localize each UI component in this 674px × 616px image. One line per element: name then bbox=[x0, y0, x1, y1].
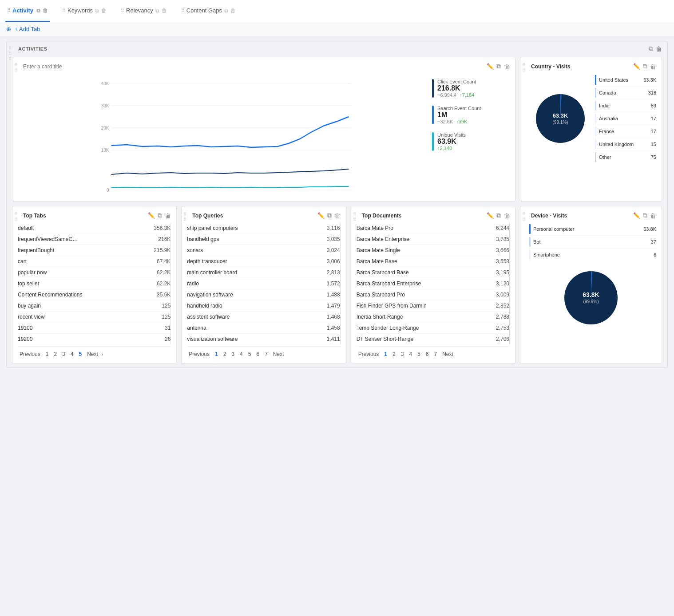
delete-section-button[interactable]: 🗑 bbox=[656, 45, 662, 52]
tab-content-gaps[interactable]: ⠿ Content Gaps ⧉ 🗑 bbox=[179, 0, 238, 22]
delete-button[interactable]: 🗑 bbox=[504, 212, 510, 219]
copy-button[interactable]: ⧉ bbox=[496, 212, 501, 219]
page-2-button[interactable]: 2 bbox=[52, 350, 59, 358]
section-drag-handle[interactable]: ⠿⠿⠿ bbox=[8, 46, 12, 62]
copy-button[interactable]: ⧉ bbox=[327, 212, 332, 219]
copy-chart-button[interactable]: ⧉ bbox=[496, 63, 501, 70]
drag-icon: ⠿ bbox=[7, 8, 10, 13]
page-3-button[interactable]: 3 bbox=[399, 350, 406, 358]
next-page-button[interactable]: Next bbox=[271, 350, 286, 358]
page-3-button[interactable]: 3 bbox=[60, 350, 67, 358]
page-4-button[interactable]: 4 bbox=[238, 350, 245, 358]
top-docs-title: Top Documents bbox=[362, 213, 402, 219]
delete-icon[interactable]: 🗑 bbox=[101, 8, 107, 14]
top-tabs-title: Top Tabs bbox=[23, 213, 46, 219]
prev-page-button[interactable]: Previous bbox=[187, 350, 211, 358]
drag-icon: ⠿ bbox=[121, 8, 124, 13]
page-1-button[interactable]: 1 bbox=[382, 350, 389, 358]
page-1-button[interactable]: 1 bbox=[213, 350, 220, 358]
prev-page-button[interactable]: Previous bbox=[357, 350, 381, 358]
card-title-input[interactable] bbox=[23, 63, 112, 70]
delete-chart-button[interactable]: 🗑 bbox=[504, 63, 510, 70]
copy-button[interactable]: ⧉ bbox=[158, 212, 162, 219]
edit-button[interactable]: ✏️ bbox=[317, 212, 325, 219]
card-drag-handle[interactable]: ⠿⠿ bbox=[353, 212, 356, 222]
page-4-button[interactable]: 4 bbox=[407, 350, 414, 358]
delete-button[interactable]: 🗑 bbox=[650, 212, 656, 219]
page-3-button[interactable]: 3 bbox=[230, 350, 236, 358]
copy-icon[interactable]: ⧉ bbox=[224, 8, 228, 14]
delete-button[interactable]: 🗑 bbox=[165, 212, 171, 219]
add-tab-button[interactable]: ⊕ + Add Tab bbox=[0, 22, 674, 36]
svg-text:Mar 31: Mar 31 bbox=[242, 194, 256, 194]
list-item: Content Recommendations35.6K bbox=[18, 289, 170, 300]
page-5-button[interactable]: 5 bbox=[246, 350, 253, 358]
country-name: France bbox=[599, 129, 651, 134]
page-2-button[interactable]: 2 bbox=[391, 350, 397, 358]
page-6-button[interactable]: 6 bbox=[254, 350, 261, 358]
list-item: Barca Starboard Pro3,009 bbox=[357, 289, 509, 300]
tab-keywords[interactable]: ⠿ Keywords ⧉ 🗑 bbox=[60, 0, 108, 22]
device-value: 63.8K bbox=[643, 226, 656, 232]
page-4-button[interactable]: 4 bbox=[69, 350, 75, 358]
country-pie-chart: 63.3K (99.1%) bbox=[529, 87, 591, 150]
page-7-button[interactable]: 7 bbox=[432, 350, 439, 358]
list-item: handheld radio1,479 bbox=[187, 300, 340, 312]
delete-icon[interactable]: 🗑 bbox=[162, 8, 167, 14]
edit-button[interactable]: ✏️ bbox=[487, 212, 494, 219]
country-name: United States bbox=[599, 77, 643, 83]
copy-country-button[interactable]: ⧉ bbox=[643, 63, 647, 70]
list-item: Inertia Short-Range2,788 bbox=[357, 312, 509, 323]
country-row-2: India 89 bbox=[595, 99, 656, 112]
list-item: cart67.4K bbox=[18, 256, 170, 267]
list-item: radio1,572 bbox=[187, 278, 340, 289]
delete-icon[interactable]: 🗑 bbox=[230, 8, 236, 14]
page-6-button[interactable]: 6 bbox=[424, 350, 431, 358]
list-item: depth transducer3,006 bbox=[187, 256, 340, 267]
activities-section: ⠿⠿⠿ ACTIVITIES ⧉ 🗑 ⠿⠿ ✏️ ⧉ 🗑 bbox=[6, 41, 668, 368]
delete-icon[interactable]: 🗑 bbox=[43, 8, 48, 14]
page-5-button[interactable]: 5 bbox=[77, 350, 83, 358]
country-row-1: Canada 318 bbox=[595, 87, 656, 99]
next-page-button[interactable]: Next bbox=[85, 350, 100, 358]
country-name: Other bbox=[599, 154, 651, 160]
country-value: 17 bbox=[651, 129, 656, 134]
card-drag-handle[interactable]: ⠿⠿ bbox=[183, 212, 186, 222]
copy-icon[interactable]: ⧉ bbox=[36, 8, 40, 14]
country-value: 17 bbox=[651, 116, 656, 121]
edit-chart-button[interactable]: ✏️ bbox=[487, 63, 494, 70]
card-drag-handle[interactable]: ⠿⠿ bbox=[522, 212, 525, 222]
copy-icon[interactable]: ⧉ bbox=[155, 8, 159, 14]
main-chart-card: ⠿⠿ ✏️ ⧉ 🗑 bbox=[12, 57, 515, 201]
copy-section-button[interactable]: ⧉ bbox=[649, 45, 653, 52]
list-item: top seller62.2K bbox=[18, 278, 170, 289]
country-value: 63.3K bbox=[643, 77, 656, 83]
prev-page-button[interactable]: Previous bbox=[18, 350, 42, 358]
list-item: sonars3,024 bbox=[187, 245, 340, 256]
edit-country-button[interactable]: ✏️ bbox=[633, 63, 640, 70]
card-drag-handle[interactable]: ⠿⠿ bbox=[14, 212, 17, 222]
device-row-1: Bot 37 bbox=[529, 236, 656, 249]
edit-button[interactable]: ✏️ bbox=[633, 212, 640, 219]
svg-text:(99.9%): (99.9%) bbox=[583, 299, 599, 304]
page-5-button[interactable]: 5 bbox=[416, 350, 422, 358]
legend-click-sub: ~6,994.4 ↑7,184 bbox=[437, 92, 476, 98]
card-drag-handle[interactable]: ⠿⠿ bbox=[522, 63, 525, 73]
country-value: 318 bbox=[648, 90, 656, 95]
tab-activity[interactable]: ⠿ Activity ⧉ 🗑 bbox=[5, 0, 50, 22]
delete-country-button[interactable]: 🗑 bbox=[650, 63, 656, 70]
country-name: India bbox=[599, 103, 651, 108]
copy-icon[interactable]: ⧉ bbox=[95, 8, 99, 14]
delete-button[interactable]: 🗑 bbox=[334, 212, 341, 219]
page-2-button[interactable]: 2 bbox=[222, 350, 228, 358]
list-item: Barca Mate Single3,666 bbox=[357, 245, 509, 256]
page-1-button[interactable]: 1 bbox=[44, 350, 51, 358]
next-page-button[interactable]: Next bbox=[440, 350, 455, 358]
tab-relevancy[interactable]: ⠿ Relevancy ⧉ 🗑 bbox=[119, 0, 169, 22]
copy-button[interactable]: ⧉ bbox=[643, 212, 647, 219]
card-drag-handle[interactable]: ⠿⠿ bbox=[14, 63, 17, 73]
page-7-button[interactable]: 7 bbox=[263, 350, 270, 358]
list-item: frequentBought215.9K bbox=[18, 245, 170, 256]
list-item: ship panel computers3,116 bbox=[187, 223, 340, 234]
edit-button[interactable]: ✏️ bbox=[148, 212, 155, 219]
